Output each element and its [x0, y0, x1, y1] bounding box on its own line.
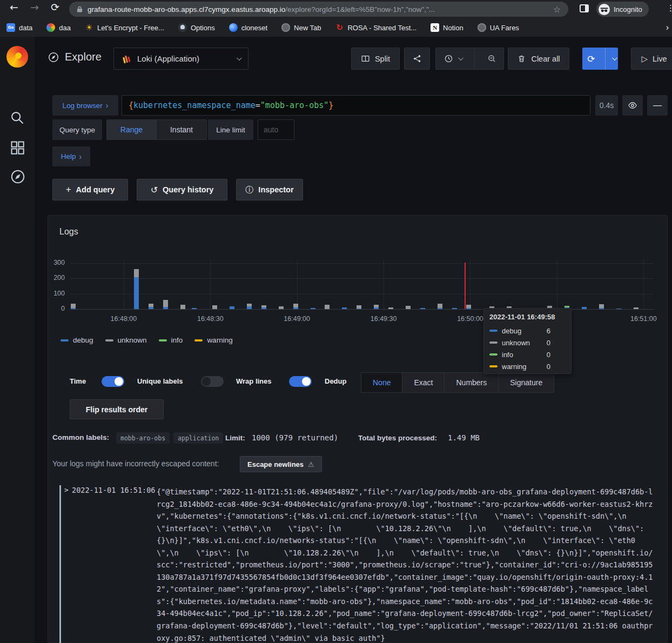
log-volume-bar — [261, 305, 266, 309]
loki-icon — [122, 53, 131, 64]
legend-item[interactable]: debug — [61, 336, 93, 344]
legend-swatch — [159, 339, 167, 341]
letsencrypt-icon: ☀ — [85, 23, 93, 32]
common-labels-label: Common labels: — [52, 433, 109, 441]
bookmark-item[interactable]: NNotion — [431, 23, 463, 32]
log-volume-bar — [374, 305, 379, 309]
play-icon: ▷ — [641, 54, 648, 64]
github-icon — [178, 23, 187, 32]
x-tick-label: 16:50:00 — [457, 315, 483, 323]
log-volume-bar — [230, 306, 234, 309]
clock-icon — [444, 54, 453, 63]
reload-icon[interactable]: ⟳ — [51, 1, 59, 13]
time-picker[interactable] — [435, 48, 504, 70]
run-query-button[interactable]: ⟳ — [582, 48, 618, 70]
datasource-picker[interactable]: Loki (Application) — [113, 48, 248, 70]
unique-labels-toggle[interactable] — [201, 376, 224, 387]
time-toggle[interactable] — [102, 376, 124, 387]
query-history-button[interactable]: ↺ Query history — [137, 179, 227, 200]
help-button[interactable]: Help› — [52, 146, 90, 166]
zoom-out-button[interactable] — [480, 54, 503, 63]
tooltip-row: unknown0 — [489, 337, 566, 349]
globe-icon — [478, 23, 486, 32]
chevron-down-icon — [237, 55, 242, 61]
inspector-button[interactable]: ⓘ Inspector — [236, 179, 303, 200]
lock-icon — [77, 5, 83, 13]
grafana-logo[interactable] — [6, 46, 28, 68]
bookmark-item[interactable]: UA Fares — [478, 23, 519, 32]
search-icon[interactable] — [10, 110, 25, 125]
bookmark-item[interactable]: Options — [178, 23, 215, 32]
bookmark-item[interactable]: ☀Let's Encrypt - Free... — [85, 23, 164, 32]
refresh-icon: ⟳ — [582, 53, 600, 64]
tooltip-row: info0 — [489, 349, 566, 360]
page: ← → ⟳ grafana-route-mobb-aro-obs.apps.cl… — [0, 0, 672, 643]
grafana-sidebar — [0, 37, 35, 643]
tooltip-row: debug6 — [489, 325, 566, 337]
clear-all-button[interactable]: Clear all — [508, 48, 569, 70]
split-icon — [361, 54, 370, 63]
bookmarks-bar: Godatadaa☀Let's Encrypt - Free...Options… — [0, 18, 672, 37]
bookmark-label: ROSA - Shared Test... — [347, 24, 416, 32]
escape-newlines-button[interactable]: Escape newlines ⚠ — [240, 456, 322, 472]
legend-item[interactable]: info — [159, 336, 183, 344]
flip-results-order-button[interactable]: Flip results order — [70, 399, 164, 419]
split-button[interactable]: Split — [351, 48, 400, 70]
escaped-content-notice: Your logs might have incorrectly escaped… — [52, 459, 219, 468]
log-volume-bar — [192, 308, 197, 309]
instant-tab[interactable]: Instant — [157, 120, 206, 139]
label-badge: application — [173, 432, 223, 444]
bookmark-item[interactable]: ↻ROSA - Shared Test... — [335, 23, 416, 32]
refresh-interval-dropdown[interactable] — [610, 57, 618, 61]
dedup-option-none[interactable]: None — [361, 373, 402, 392]
remove-query-button[interactable]: — — [647, 95, 668, 116]
log-volume-bar — [163, 300, 168, 309]
line-limit-input[interactable] — [258, 119, 294, 140]
log-expand-icon[interactable]: > — [64, 486, 69, 494]
dedup-option-numbers[interactable]: Numbers — [445, 373, 499, 392]
bookmark-star-icon[interactable]: ☆ — [553, 4, 561, 15]
blue-dot-icon — [229, 23, 238, 32]
log-volume-bar — [582, 307, 587, 309]
query-expression-input[interactable]: {kubernetes_namespace_name="mobb-aro-obs… — [122, 95, 590, 116]
log-volume-bar — [149, 304, 153, 309]
globe-icon — [281, 23, 290, 32]
explore-compass-icon[interactable] — [10, 169, 26, 185]
log-message[interactable]: {"@timestamp":"2022-11-01T21:51:06.48940… — [157, 486, 664, 643]
back-icon[interactable]: ← — [10, 1, 18, 13]
log-level-indicator — [59, 485, 61, 643]
bookmark-item[interactable]: Godata — [6, 23, 32, 32]
log-browser-button[interactable]: Log browser› — [52, 95, 118, 116]
godoc-icon: Go — [6, 23, 15, 32]
menu-kebab-icon[interactable]: ⋮ — [667, 3, 672, 13]
legend-label: info — [171, 336, 183, 344]
range-tab[interactable]: Range — [107, 120, 157, 139]
live-button[interactable]: ▷ Live — [631, 48, 672, 70]
log-timestamp: 2022-11-01 16:51:06 — [72, 486, 155, 494]
x-tick-label: 16:48:30 — [197, 315, 224, 323]
logs-volume-chart[interactable]: 16:48:0016:48:3016:49:0016:49:3016:50:00… — [70, 259, 654, 310]
line-limit-label: Line limit — [208, 119, 253, 140]
x-tick-label: 16:49:30 — [371, 315, 397, 323]
log-volume-bar — [616, 309, 621, 309]
legend-item[interactable]: warning — [194, 336, 232, 344]
legend-item[interactable]: unknown — [105, 336, 147, 344]
dashboards-grid-icon[interactable] — [10, 140, 25, 155]
url-bar[interactable]: grafana-route-mobb-aro-obs.apps.cl7cymgx… — [69, 2, 568, 17]
bookmarks-overflow-icon[interactable]: › — [666, 23, 669, 32]
share-button[interactable] — [404, 48, 430, 70]
log-volume-bar — [406, 306, 411, 310]
bookmark-item[interactable]: daa — [46, 23, 71, 32]
bookmark-item[interactable]: New Tab — [281, 23, 321, 32]
query-visibility-button[interactable] — [622, 95, 643, 116]
wrap-lines-toggle[interactable] — [289, 376, 312, 387]
side-panel-icon[interactable] — [580, 4, 589, 12]
bookmark-item[interactable]: cloneset — [229, 23, 267, 32]
log-volume-bar — [438, 304, 442, 309]
dedup-option-exact[interactable]: Exact — [402, 373, 445, 392]
y-tick-label: 0 — [46, 305, 65, 312]
history-icon: ↺ — [151, 185, 158, 195]
dedup-option-signature[interactable]: Signature — [499, 373, 554, 392]
add-query-button[interactable]: + Add query — [52, 179, 128, 200]
forward-icon[interactable]: → — [30, 1, 39, 13]
